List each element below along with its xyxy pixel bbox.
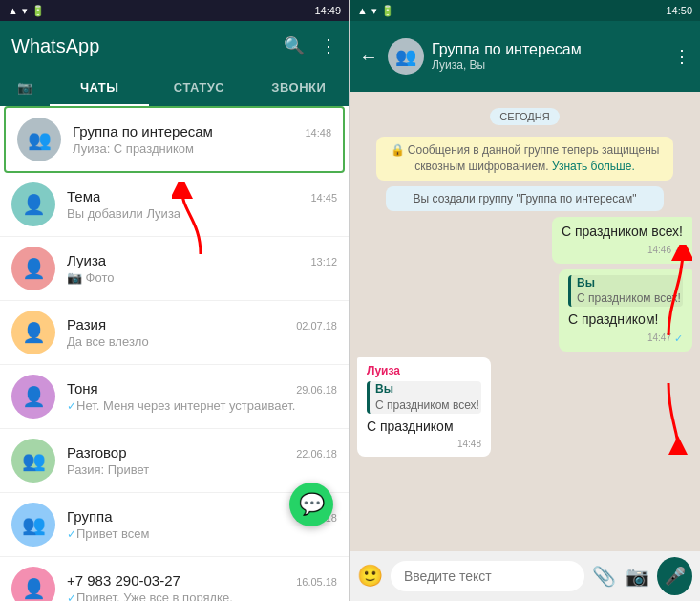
- group-name: Группа по интересам: [432, 41, 666, 58]
- input-bar: 🙂 📎 📷 🎤: [350, 551, 700, 601]
- mic-button[interactable]: 🎤: [657, 557, 692, 595]
- chat-name-row-3: Луиза 13:12: [67, 252, 337, 268]
- learn-more-link[interactable]: Узнать больше.: [552, 160, 635, 173]
- avatar-1: 👥: [17, 118, 61, 161]
- bubble-tick-sent-1: ✓: [674, 243, 683, 257]
- chat-name-row-6: Разговор 22.06.18: [67, 444, 337, 461]
- chat-preview-2: Вы добавили Луиза: [67, 206, 337, 221]
- chat-time-6: 22.06.18: [296, 448, 337, 460]
- avatar-8: 👤: [11, 567, 55, 601]
- more-icon[interactable]: ⋮: [673, 46, 690, 67]
- avatar-6: 👥: [11, 439, 55, 483]
- avatar-5: 👤: [11, 375, 55, 419]
- chat-name-row-2: Тема 14:45: [67, 188, 337, 204]
- left-top-bar: WhatsApp 🔍 ⋮: [0, 21, 349, 71]
- right-battery-icon: 🔋: [381, 5, 394, 17]
- emoji-button[interactable]: 🙂: [357, 564, 383, 589]
- group-members: Луиза, Вы: [432, 58, 666, 72]
- chat-preview-4: Да все влезло: [67, 334, 337, 349]
- quote-received-1: Вы С праздником всех!: [367, 381, 481, 414]
- chat-preview-6: Разия: Привет: [67, 462, 337, 477]
- chat-item-4[interactable]: 👤 Разия 02.07.18 Да все влезло: [0, 301, 349, 365]
- quoted-author-r1: Вы: [375, 381, 481, 397]
- left-panel: ▲ ▾ 🔋 14:49 WhatsApp 🔍 ⋮ 📷 ЧАТЫ СТАТУС З…: [0, 0, 350, 601]
- chat-info-3: Луиза 13:12 📷 Фото: [67, 252, 337, 285]
- bubble-time-received-1: 14:48: [457, 438, 481, 451]
- chat-name-row-5: Тоня 29.06.18: [67, 380, 337, 397]
- menu-icon[interactable]: ⋮: [320, 35, 337, 56]
- chat-time-5: 29.06.18: [296, 384, 337, 396]
- left-status-bar: ▲ ▾ 🔋 14:49: [0, 0, 349, 21]
- tab-chats[interactable]: ЧАТЫ: [50, 71, 149, 104]
- tab-status[interactable]: СТАТУС: [149, 71, 248, 104]
- quote-sent-2: Вы С праздником всех!: [568, 275, 683, 308]
- tab-camera[interactable]: 📷: [0, 71, 50, 104]
- bubble-received-1: Луиза Вы С праздником всех! С праздником…: [357, 357, 491, 457]
- avatar-7: 👥: [11, 503, 55, 547]
- chat-header-icons: ⋮: [673, 46, 690, 67]
- battery-icon: 🔋: [32, 5, 45, 17]
- chat-name-row-8: +7 983 290-03-27 16.05.18: [67, 572, 337, 589]
- chat-name-7: Группа: [67, 508, 113, 525]
- camera-icon-input[interactable]: 📷: [626, 565, 649, 588]
- chat-item-5[interactable]: 👤 Тоня 29.06.18 ✓Нет. Меня через интерне…: [0, 365, 349, 429]
- chat-name-row-1: Группа по интересам 14:48: [73, 123, 331, 140]
- back-button[interactable]: ←: [359, 46, 378, 68]
- chat-item-3[interactable]: 👤 Луиза 13:12 📷 Фото: [0, 237, 349, 301]
- chat-time-8: 16.05.18: [296, 576, 337, 588]
- chat-preview-1: Луиза: С праздником: [73, 141, 331, 156]
- chat-info-1: Группа по интересам 14:48 Луиза: С празд…: [73, 123, 331, 156]
- compose-icon: 💬: [299, 492, 325, 517]
- chat-name-1: Группа по интересам: [73, 123, 213, 140]
- compose-fab[interactable]: 💬: [289, 483, 333, 526]
- input-icons: 📎 📷: [592, 565, 649, 588]
- chat-item-8[interactable]: 👤 +7 983 290-03-27 16.05.18 ✓Привет. Уже…: [0, 557, 349, 601]
- chat-preview-5: ✓Нет. Меня через интернет устраивает.: [67, 398, 337, 413]
- mic-icon: 🎤: [665, 566, 686, 587]
- message-input[interactable]: [391, 561, 584, 591]
- system-msg-created: Вы создали группу "Группа по интересам": [386, 186, 664, 211]
- bubble-sent-1: С праздником всех! 14:46 ✓: [552, 217, 692, 264]
- bubble-time-sent-1: 14:46: [647, 244, 671, 257]
- bubble-text-sent-2: С праздником!: [568, 311, 658, 327]
- avatar-3: 👤: [11, 247, 55, 290]
- chat-info-2: Тема 14:45 Вы добавили Луиза: [67, 188, 337, 221]
- right-status-bar: ▲ ▾ 🔋 14:50: [350, 0, 700, 21]
- chat-name-8: +7 983 290-03-27: [67, 572, 180, 589]
- msg-received-1: Луиза Вы С праздником всех! С праздником…: [357, 357, 692, 457]
- date-label: СЕГОДНЯ: [357, 107, 692, 125]
- right-time: 14:50: [666, 5, 692, 16]
- chat-item-6[interactable]: 👥 Разговор 22.06.18 Разия: Привет: [0, 429, 349, 493]
- chat-name-3: Луиза: [67, 252, 106, 268]
- chat-name-6: Разговор: [67, 444, 127, 461]
- chat-name-row-4: Разия 02.07.18: [67, 316, 337, 333]
- chat-info-5: Тоня 29.06.18 ✓Нет. Меня через интернет …: [67, 380, 337, 413]
- chat-header-info: Группа по интересам Луиза, Вы: [432, 41, 666, 72]
- chat-time-3: 13:12: [310, 256, 337, 268]
- wifi-icon: ▾: [22, 5, 28, 17]
- right-status-right: 14:50: [666, 5, 692, 16]
- chat-preview-3: 📷 Фото: [67, 270, 337, 285]
- bubble-tick-sent-2: ✓: [674, 332, 683, 346]
- sender-name-received-1: Луиза: [367, 363, 481, 379]
- messages-area: СЕГОДНЯ 🔒 Сообщения в данной группе тепе…: [350, 92, 700, 551]
- status-bar-right: 14:49: [314, 5, 341, 16]
- system-msg-security: 🔒 Сообщения в данной группе теперь защищ…: [376, 137, 673, 181]
- tab-calls[interactable]: ЗВОНКИ: [249, 71, 349, 104]
- right-wifi-icon: ▾: [371, 5, 377, 17]
- chat-name-4: Разия: [67, 316, 106, 333]
- camera-icon: 📷: [17, 80, 33, 95]
- chat-item-2[interactable]: 👤 Тема 14:45 Вы добавили Луиза: [0, 173, 349, 237]
- search-icon[interactable]: 🔍: [284, 35, 305, 56]
- chat-info-6: Разговор 22.06.18 Разия: Привет: [67, 444, 337, 477]
- bubble-time-sent-2: 14:47: [647, 332, 671, 345]
- signal-icon: ▲: [8, 5, 18, 16]
- tabs-bar: 📷 ЧАТЫ СТАТУС ЗВОНКИ: [0, 71, 349, 106]
- chat-info-4: Разия 02.07.18 Да все влезло: [67, 316, 337, 349]
- bubble-text-sent-1: С праздником всех!: [562, 224, 683, 239]
- bubble-footer-sent-2: 14:47 ✓: [568, 332, 683, 346]
- msg-sent-1: С праздником всех! 14:46 ✓: [357, 217, 692, 264]
- chat-item-1[interactable]: 👥 Группа по интересам 14:48 Луиза: С пра…: [4, 106, 345, 173]
- attachment-icon[interactable]: 📎: [592, 565, 616, 588]
- chat-top-bar: ← 👥 Группа по интересам Луиза, Вы ⋮: [350, 21, 700, 92]
